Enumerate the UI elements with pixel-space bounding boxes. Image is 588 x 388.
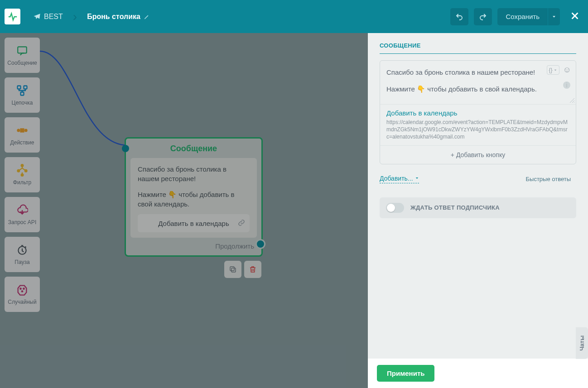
breadcrumb: BEST › Бронь столика	[29, 10, 154, 24]
trash-icon	[249, 265, 257, 273]
tool-filter[interactable]: Фильтр	[5, 157, 40, 192]
svg-point-15	[23, 288, 24, 289]
copy-icon	[229, 265, 237, 273]
tool-label: Сообщение	[7, 60, 37, 66]
tool-api[interactable]: Запрос API	[5, 197, 40, 232]
message-node[interactable]: Сообщение Спасибо за бронь столика в наш…	[125, 137, 263, 257]
panel-title: СООБЩЕНИЕ	[380, 42, 576, 54]
button-entry-calendar[interactable]: Добавить в календарь https://calendar.go…	[380, 105, 576, 145]
breadcrumb-sep-icon: ›	[73, 10, 77, 24]
close-button[interactable]	[570, 11, 580, 23]
add-element-dropdown[interactable]: Добавить...	[380, 175, 419, 183]
pause-icon	[16, 244, 29, 256]
bot-name: BEST	[44, 13, 63, 21]
node-line2: Нажмите 👇 чтобы добавить в свой календар…	[138, 190, 250, 209]
delete-node-button[interactable]	[244, 261, 261, 278]
pulse-icon	[8, 12, 18, 22]
editor-text: Спасибо за бронь столика в нашем рестора…	[386, 67, 557, 95]
main: Сообщение Спасибо за бронь столика в наш…	[0, 33, 588, 388]
side-panel: СООБЩЕНИЕ {} ☺ i Спасибо за бронь столик…	[368, 33, 588, 388]
svg-rect-8	[21, 129, 24, 132]
svg-point-14	[20, 288, 21, 289]
tool-label: Случайный	[8, 299, 36, 305]
tool-action[interactable]: Действие	[5, 117, 40, 153]
button-section: Добавить в календарь https://calendar.go…	[380, 104, 576, 164]
svg-rect-2	[18, 47, 27, 53]
chain-icon	[16, 84, 29, 97]
undo-icon	[455, 13, 463, 21]
breadcrumb-flow[interactable]: Бронь столика	[82, 13, 154, 21]
save-button[interactable]: Сохранить	[497, 8, 548, 25]
breadcrumb-bot[interactable]: BEST	[29, 13, 67, 21]
node-continue-label: Продолжить	[126, 242, 261, 255]
editor-tools: {} ☺	[547, 65, 571, 75]
svg-rect-4	[24, 86, 27, 89]
tool-label: Запрос API	[8, 219, 36, 225]
top-actions: Сохранить	[450, 8, 580, 25]
node-handle-out[interactable]	[255, 239, 265, 249]
svg-point-12	[21, 174, 24, 176]
add-row: Добавить... Быстрые ответы	[380, 173, 576, 185]
node-body: Спасибо за бронь столика в нашем рестора…	[130, 158, 257, 238]
editor-line1: Спасибо за бронь столика в нашем рестора…	[386, 67, 557, 77]
flow-name: Бронь столика	[87, 13, 140, 21]
duplicate-node-button[interactable]	[224, 261, 241, 278]
api-icon	[16, 204, 29, 216]
filter-icon	[16, 164, 29, 177]
editor-line2: Нажмите 👇 чтобы добавить в свой календар…	[386, 84, 557, 94]
undo-button[interactable]	[450, 8, 468, 25]
chats-tab[interactable]: Чаты	[576, 327, 588, 359]
chevron-down-icon	[552, 14, 556, 19]
tool-label: Действие	[10, 139, 34, 146]
side-panel-content: СООБЩЕНИЕ {} ☺ i Спасибо за бронь столик…	[368, 33, 588, 359]
wait-reply-label: ЖДАТЬ ОТВЕТ ПОДПИСЧИКА	[410, 204, 500, 211]
save-dropdown[interactable]	[548, 8, 560, 25]
wait-reply-toggle[interactable]	[386, 203, 404, 213]
tool-random[interactable]: Случайный	[5, 277, 40, 312]
tool-message[interactable]: Сообщение	[5, 38, 40, 73]
action-icon	[16, 124, 29, 137]
message-icon	[16, 44, 29, 57]
svg-point-11	[25, 170, 27, 172]
save-group: Сохранить	[497, 8, 560, 25]
info-icon[interactable]: i	[563, 81, 570, 89]
redo-button[interactable]	[474, 8, 492, 25]
pencil-icon	[144, 14, 150, 20]
redo-icon	[479, 13, 487, 21]
svg-point-16	[22, 291, 23, 292]
svg-rect-3	[18, 86, 21, 89]
telegram-icon	[33, 13, 41, 20]
message-box: {} ☺ i Спасибо за бронь столика в нашем …	[380, 60, 576, 164]
message-editor[interactable]: {} ☺ i Спасибо за бронь столика в нашем …	[380, 61, 576, 104]
chevron-down-icon	[554, 68, 557, 72]
resize-handle-icon[interactable]	[569, 98, 575, 103]
svg-point-10	[18, 170, 20, 172]
node-handle-in[interactable]	[122, 145, 129, 152]
node-actions	[224, 261, 261, 278]
svg-rect-5	[21, 92, 24, 96]
apply-button[interactable]: Применить	[377, 365, 434, 382]
insert-variable-button[interactable]: {}	[547, 65, 559, 75]
app-logo[interactable]	[5, 9, 20, 24]
node-title: Сообщение	[126, 139, 261, 158]
tool-pause[interactable]: Пауза	[5, 237, 40, 272]
wait-reply-row: ЖДАТЬ ОТВЕТ ПОДПИСЧИКА	[380, 197, 576, 218]
random-icon	[16, 283, 29, 296]
emoji-button[interactable]: ☺	[563, 65, 571, 75]
node-text: Спасибо за бронь столика в нашем рестора…	[138, 164, 250, 209]
tool-label: Фильтр	[13, 179, 31, 186]
tool-palette: СообщениеЦепочкаДействиеФильтрЗапрос API…	[5, 38, 40, 316]
chevron-down-icon	[415, 176, 419, 180]
node-button-calendar[interactable]: Добавить в календарь	[138, 214, 250, 232]
toggle-knob	[387, 204, 395, 212]
button-entry-label: Добавить в календарь	[386, 109, 569, 117]
tool-label: Пауза	[14, 259, 29, 265]
tool-chain[interactable]: Цепочка	[5, 77, 40, 113]
svg-rect-1	[230, 267, 234, 271]
quick-replies-button[interactable]: Быстрые ответы	[521, 173, 577, 185]
add-button-row[interactable]: + Добавить кнопку	[380, 145, 576, 164]
link-icon	[238, 219, 245, 228]
svg-rect-0	[231, 268, 236, 272]
button-entry-url: https://calendar.google.com/event?action…	[386, 119, 569, 141]
tool-label: Цепочка	[12, 100, 33, 106]
